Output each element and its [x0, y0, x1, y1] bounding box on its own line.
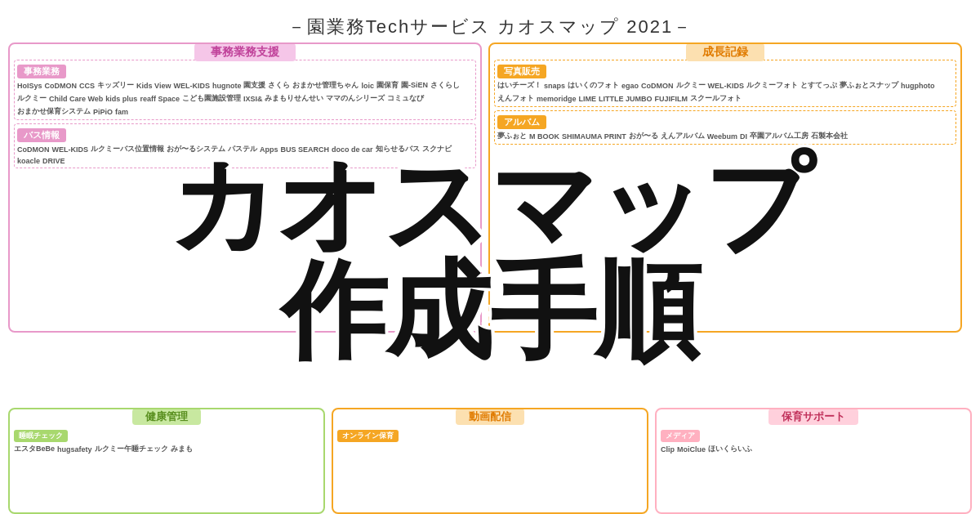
jimu-sub-jimu: 事務業務 HoISys CoDMON CCS キッズリー Kids View W…: [14, 60, 476, 120]
hoiku-content: メディア Clip MoiClue ほいくらいふ: [661, 427, 966, 454]
bus-logos: CoDMON WEL-KIDS ルクミーバス位置情報 おが〜るシステム パステル…: [17, 144, 473, 165]
section-jimu: 事務業務支援 事務業務 HoISys CoDMON CCS キッズリー Kids…: [8, 42, 482, 333]
photo-logos: はいチーズ！ snaps はいくのフォト egao CoDMON ルクミー WE…: [497, 80, 953, 104]
jimu-sub-bus-label: バス情報: [17, 128, 66, 142]
kenko-logos: エスタBeBe hugsafety ルクミー午睡チェック みまも: [14, 444, 319, 454]
photo-sub-label: 写真販売: [497, 65, 546, 78]
section-seichou: 成長記録 写真販売 はいチーズ！ snaps はいくのフォト egao CoDM…: [488, 42, 962, 333]
jimu-sub-bus: バス情報 CoDMON WEL-KIDS ルクミーバス位置情報 おが〜るシステム…: [14, 123, 476, 168]
seichou-sub-photo: 写真販売 はいチーズ！ snaps はいくのフォト egao CoDMON ルク…: [494, 60, 956, 107]
jimu-sub-jimu-label: 事務業務: [17, 65, 66, 78]
section-kenko: 健康管理 睡眠チェック エスタBeBe hugsafety ルクミー午睡チェック…: [8, 408, 325, 514]
section-douga: 動画配信 オンライン保育: [332, 408, 648, 514]
album-logos: 夢ふぉと M BOOK SHIMAUMA PRINT おが〜る えんアルバム W…: [497, 131, 953, 141]
page-title: －園業務Techサービス カオスマップ 2021－: [8, 7, 972, 39]
douga-content: オンライン保育: [337, 427, 643, 444]
hoiku-label: 保育サポート: [768, 409, 858, 425]
jimu-label: 事務業務支援: [194, 43, 296, 61]
kenko-content: 睡眠チェック エスタBeBe hugsafety ルクミー午睡チェック みまも: [14, 427, 319, 454]
bottom-row: 健康管理 睡眠チェック エスタBeBe hugsafety ルクミー午睡チェック…: [0, 408, 980, 514]
section-hoiku: 保育サポート メディア Clip MoiClue ほいくらいふ: [655, 408, 972, 514]
kenko-label: 健康管理: [132, 409, 201, 425]
seichou-sub-album: アルバム 夢ふぉと M BOOK SHIMAUMA PRINT おが〜る えんア…: [494, 110, 956, 145]
sections-area: 事務業務支援 事務業務 HoISys CoDMON CCS キッズリー Kids…: [0, 39, 980, 342]
jimu-logos: HoISys CoDMON CCS キッズリー Kids View WEL-KI…: [17, 80, 473, 117]
page-wrapper: －園業務Techサービス カオスマップ 2021－ 事務業務支援 事務業務 Ho…: [0, 0, 980, 514]
douga-label: 動画配信: [456, 409, 524, 425]
hoiku-logos: Clip MoiClue ほいくらいふ: [661, 444, 966, 454]
kenko-sub-label: 睡眠チェック: [14, 430, 68, 442]
album-sub-label: アルバム: [497, 115, 546, 129]
hoiku-sub-label: メディア: [661, 430, 700, 442]
seichou-label: 成長記録: [686, 43, 764, 61]
douga-sub-label: オンライン保育: [337, 430, 399, 442]
